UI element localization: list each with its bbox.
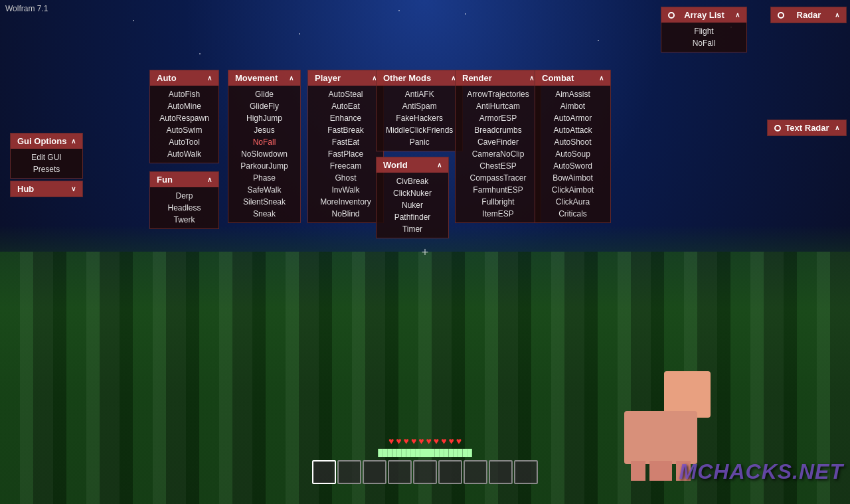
- render-item-6[interactable]: ChestESP: [456, 160, 541, 172]
- gui-options-panel: Gui Options ∧ Edit GUI Presets: [10, 133, 83, 179]
- world-item-3[interactable]: Pathfinder: [377, 211, 448, 223]
- hotbar-slot-7[interactable]: [464, 460, 487, 484]
- player-item-0[interactable]: AutoSteal: [308, 88, 383, 100]
- hotbar-slot-9[interactable]: [514, 460, 538, 484]
- world-body: CivBreak ClickNuker Nuker Pathfinder Tim…: [377, 173, 448, 238]
- hotbar-slot-3[interactable]: [363, 460, 386, 484]
- player-item-1[interactable]: AutoEat: [308, 100, 383, 112]
- combat-item-1[interactable]: Aimbot: [535, 100, 610, 112]
- combat-header[interactable]: Combat ∧: [535, 70, 610, 86]
- render-header[interactable]: Render ∧: [456, 70, 541, 86]
- world-item-2[interactable]: Nuker: [377, 199, 448, 211]
- combat-item-6[interactable]: AutoSword: [535, 160, 610, 172]
- combat-item-5[interactable]: AutoSoup: [535, 148, 610, 160]
- player-item-5[interactable]: FastPlace: [308, 148, 383, 160]
- combat-item-10[interactable]: Criticals: [535, 208, 610, 220]
- auto-item-0[interactable]: AutoFish: [150, 88, 218, 100]
- othermods-item-1[interactable]: AntiSpam: [377, 100, 462, 112]
- render-item-3[interactable]: Breadcrumbs: [456, 124, 541, 136]
- hub-chevron: ∨: [71, 185, 76, 193]
- othermods-item-2[interactable]: FakeHackers: [377, 112, 462, 124]
- movement-item-2[interactable]: HighJump: [228, 112, 300, 124]
- fun-body: Derp Headless Twerk: [150, 187, 218, 228]
- heart-3: ♥: [404, 436, 409, 446]
- fun-item-1[interactable]: Headless: [150, 202, 218, 214]
- movement-item-6[interactable]: ParkourJump: [228, 160, 300, 172]
- render-item-2[interactable]: ArmorESP: [456, 112, 541, 124]
- player-item-3[interactable]: FastBreak: [308, 124, 383, 136]
- movement-item-7[interactable]: Phase: [228, 172, 300, 184]
- othermods-item-4[interactable]: Panic: [377, 136, 462, 148]
- hotbar: [312, 460, 538, 484]
- player-item-10[interactable]: NoBlind: [308, 208, 383, 220]
- pig-body: [624, 411, 697, 464]
- hotbar-slot-1[interactable]: [312, 460, 336, 484]
- combat-item-3[interactable]: AutoAttack: [535, 124, 610, 136]
- movement-item-3[interactable]: Jesus: [228, 124, 300, 136]
- render-item-9[interactable]: Fullbright: [456, 196, 541, 208]
- auto-item-3[interactable]: AutoSwim: [150, 124, 218, 136]
- hotbar-slot-8[interactable]: [489, 460, 513, 484]
- hotbar-slot-2[interactable]: [337, 460, 361, 484]
- othermods-header[interactable]: Other Mods ∧: [377, 70, 462, 86]
- movement-item-1[interactable]: GlideFly: [228, 100, 300, 112]
- player-item-9[interactable]: MoreInventory: [308, 196, 383, 208]
- player-item-7[interactable]: Ghost: [308, 172, 383, 184]
- radar-title: Radar: [797, 10, 821, 20]
- combat-item-7[interactable]: BowAimbot: [535, 172, 610, 184]
- hub-header[interactable]: Hub ∨: [11, 181, 82, 197]
- movement-item-10[interactable]: Sneak: [228, 208, 300, 220]
- heart-4: ♥: [411, 436, 416, 446]
- movement-item-9[interactable]: SilentSneak: [228, 196, 300, 208]
- movement-item-5[interactable]: NoSlowdown: [228, 148, 300, 160]
- arraylist-item-1[interactable]: NoFall: [661, 37, 746, 49]
- combat-item-9[interactable]: ClickAura: [535, 196, 610, 208]
- player-item-2[interactable]: Enhance: [308, 112, 383, 124]
- movement-item-8[interactable]: SafeWalk: [228, 184, 300, 196]
- othermods-item-0[interactable]: AntiAFK: [377, 88, 462, 100]
- hotbar-slot-6[interactable]: [438, 460, 462, 484]
- arraylist-panel: Array List ∧ Flight NoFall: [661, 7, 747, 52]
- render-item-4[interactable]: CaveFinder: [456, 136, 541, 148]
- edit-gui-item[interactable]: Edit GUI: [11, 151, 82, 163]
- gui-options-header[interactable]: Gui Options ∧: [11, 133, 82, 149]
- world-item-1[interactable]: ClickNuker: [377, 187, 448, 199]
- world-header[interactable]: World ∧: [377, 157, 448, 173]
- combat-panel: Combat ∧ AimAssist Aimbot AutoArmor Auto…: [535, 70, 611, 223]
- render-item-5[interactable]: CameraNoClip: [456, 148, 541, 160]
- render-item-8[interactable]: FarmhuntESP: [456, 184, 541, 196]
- auto-item-4[interactable]: AutoTool: [150, 136, 218, 148]
- fun-header[interactable]: Fun ∧: [150, 172, 218, 187]
- combat-item-0[interactable]: AimAssist: [535, 88, 610, 100]
- render-item-7[interactable]: CompassTracer: [456, 172, 541, 184]
- render-item-10[interactable]: ItemESP: [456, 208, 541, 220]
- hotbar-slot-5[interactable]: [413, 460, 437, 484]
- fun-item-2[interactable]: Twerk: [150, 214, 218, 226]
- fun-item-0[interactable]: Derp: [150, 190, 218, 202]
- arraylist-item-0[interactable]: Flight: [661, 25, 746, 37]
- combat-item-4[interactable]: AutoShoot: [535, 136, 610, 148]
- radar-header[interactable]: Radar ∧: [771, 7, 846, 23]
- movement-item-0[interactable]: Glide: [228, 88, 300, 100]
- auto-item-5[interactable]: AutoWalk: [150, 148, 218, 160]
- player-item-4[interactable]: FastEat: [308, 136, 383, 148]
- auto-item-2[interactable]: AutoRespawn: [150, 112, 218, 124]
- arraylist-header[interactable]: Array List ∧: [661, 7, 746, 23]
- othermods-item-3[interactable]: MiddleClickFriends: [377, 124, 462, 136]
- render-item-1[interactable]: AntiHurtcam: [456, 100, 541, 112]
- auto-item-1[interactable]: AutoMine: [150, 100, 218, 112]
- player-header[interactable]: Player ∧: [308, 70, 383, 86]
- world-item-4[interactable]: Timer: [377, 223, 448, 235]
- combat-item-2[interactable]: AutoArmor: [535, 112, 610, 124]
- movement-item-4[interactable]: NoFall: [228, 136, 300, 148]
- textradar-header[interactable]: Text Radar ∧: [768, 120, 846, 135]
- world-item-0[interactable]: CivBreak: [377, 175, 448, 187]
- auto-header[interactable]: Auto ∧: [150, 70, 218, 86]
- player-item-6[interactable]: Freecam: [308, 160, 383, 172]
- combat-item-8[interactable]: ClickAimbot: [535, 184, 610, 196]
- presets-item[interactable]: Presets: [11, 163, 82, 175]
- render-item-0[interactable]: ArrowTrajectories: [456, 88, 541, 100]
- movement-header[interactable]: Movement ∧: [228, 70, 300, 86]
- hotbar-slot-4[interactable]: [388, 460, 412, 484]
- player-item-8[interactable]: InvWalk: [308, 184, 383, 196]
